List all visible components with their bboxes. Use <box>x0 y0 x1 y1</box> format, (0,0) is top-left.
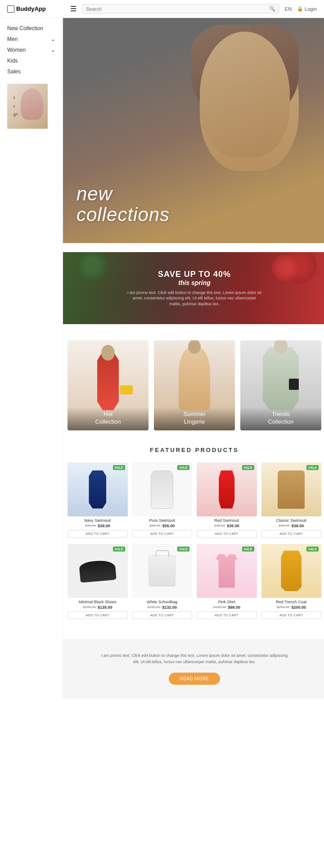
promo-body: I am promo text. Click edit button to ch… <box>127 290 262 307</box>
hero-text: new collections <box>76 184 170 225</box>
price-new: $35.00 <box>227 524 239 528</box>
promo-text: SAVE UP TO 40% this spring I am promo te… <box>127 270 262 307</box>
product-image: SALE <box>68 544 128 598</box>
product-card[interactable]: SALE Pure Swimsuit $65.00 $55.00 ADD TO … <box>132 462 193 539</box>
product-info: Red Trench Coat $250.00 $200.00 ADD TO C… <box>261 598 322 621</box>
product-prices: $155.00 $135.00 <box>68 605 128 610</box>
search-input[interactable] <box>86 6 269 12</box>
search-bar[interactable]: 🔍 <box>82 4 279 14</box>
product-name: Navy Swimsuit <box>68 518 128 523</box>
product-name: White Schoolbag <box>132 600 193 604</box>
promo-banner: SAVE UP TO 40% this spring I am promo te… <box>63 252 324 324</box>
add-to-cart-button[interactable]: ADD TO CART <box>68 611 128 619</box>
product-card[interactable]: SALE White Schoolbag $152.00 $132.00 <box>132 544 193 621</box>
social-icons-overlay: f t g+ <box>14 96 18 117</box>
shirt-shape <box>213 554 240 588</box>
login-button[interactable]: 🔒 Login <box>297 6 317 12</box>
price-new: $39.00 <box>98 524 110 528</box>
price-new: $200.00 <box>291 605 306 610</box>
sale-badge: SALE <box>242 547 254 552</box>
collection-card-trends[interactable]: TrendsCollection <box>240 340 321 430</box>
product-bg <box>68 544 128 598</box>
sale-badge: SALE <box>177 465 189 470</box>
main-layout: New Collection Men ⌄ Women ⌄ Kids Sales <box>0 18 324 698</box>
price-old: $250.00 <box>277 605 290 610</box>
add-to-cart-button[interactable]: ADD TO CART <box>261 611 322 619</box>
product-image: SALE <box>197 462 257 516</box>
gplus-icon[interactable]: g+ <box>14 112 18 117</box>
product-card[interactable]: SALE Navy Swimsuit $45.00 $39.00 ADD TO … <box>68 462 128 539</box>
chevron-down-icon: ⌄ <box>51 36 55 42</box>
hero-banner: new collections <box>63 18 324 243</box>
sidebar: New Collection Men ⌄ Women ⌄ Kids Sales <box>0 18 63 698</box>
header: BuddyApp ☰ 🔍 EN 🔒 Login <box>0 0 324 18</box>
sale-badge: SALE <box>113 465 125 470</box>
price-new: $132.00 <box>162 605 177 610</box>
product-info: Navy Swimsuit $45.00 $39.00 ADD TO CART <box>68 516 128 539</box>
footer-promo-text: I am promo text. Click edit button to ch… <box>99 652 290 665</box>
product-image: SALE <box>197 544 257 598</box>
sidebar-nav: New Collection Men ⌄ Women ⌄ Kids Sales <box>7 25 55 75</box>
add-to-cart-button[interactable]: ADD TO CART <box>132 611 193 619</box>
sidebar-item-men[interactable]: Men ⌄ <box>7 36 55 42</box>
bag-shape <box>148 555 176 587</box>
product-bg <box>261 462 322 516</box>
sale-badge: SALE <box>242 465 254 470</box>
featured-title: FEATURED PRODUCTS <box>68 447 321 453</box>
product-prices: $120.00 $98.00 <box>197 605 257 610</box>
product-card[interactable]: SALE Red Swimsuit $45.00 $35.00 ADD TO C… <box>197 462 257 539</box>
collection-card-summer[interactable]: SummerLingerie <box>154 340 235 430</box>
add-to-cart-button[interactable]: ADD TO CART <box>68 530 128 538</box>
sidebar-item-sales[interactable]: Sales <box>7 68 55 75</box>
sidebar-social: f t g+ <box>7 84 55 129</box>
sidebar-nav-label: Men <box>7 36 18 42</box>
footer-promo: I am promo text. Click edit button to ch… <box>63 639 324 698</box>
product-prices: $65.00 $55.00 <box>132 524 193 528</box>
product-bg <box>197 462 257 516</box>
chevron-down-icon: ⌄ <box>51 47 55 53</box>
product-card[interactable]: SALE Pink Shirt $120.00 $98.00 ADD TO CA… <box>197 544 257 621</box>
twitter-icon[interactable]: t <box>14 104 18 108</box>
product-prices: $45.00 $38.00 <box>261 524 322 528</box>
facebook-icon[interactable]: f <box>14 96 18 100</box>
product-card[interactable]: SALE Red Trench Coat $250.00 $200.00 ADD… <box>261 544 322 621</box>
add-to-cart-button[interactable]: ADD TO CART <box>132 530 193 538</box>
sale-badge: SALE <box>113 547 125 552</box>
product-image: SALE <box>132 462 193 516</box>
hamburger-icon[interactable]: ☰ <box>70 5 76 13</box>
product-image: SALE <box>261 462 322 516</box>
product-info: Minimal Black Shoes $155.00 $135.00 ADD … <box>68 598 128 621</box>
read-more-button[interactable]: READ MORE <box>169 673 220 685</box>
sale-badge: SALE <box>177 547 189 552</box>
sidebar-item-women[interactable]: Women ⌄ <box>7 47 55 53</box>
search-icon[interactable]: 🔍 <box>269 6 275 12</box>
sidebar-item-new-collection[interactable]: New Collection <box>7 25 55 32</box>
sidebar-item-kids[interactable]: Kids <box>7 58 55 64</box>
language-selector[interactable]: EN <box>285 6 292 12</box>
sale-badge: SALE <box>306 547 319 552</box>
products-grid: SALE Navy Swimsuit $45.00 $39.00 ADD TO … <box>68 462 321 621</box>
product-info: Red Swimsuit $45.00 $35.00 ADD TO CART <box>197 516 257 539</box>
product-name: Minimal Black Shoes <box>68 600 128 604</box>
add-to-cart-button[interactable]: ADD TO CART <box>261 530 322 538</box>
collection-card-hot[interactable]: HotCollection <box>68 340 148 430</box>
product-card[interactable]: SALE Classic Swimsuit $45.00 $38.00 ADD … <box>261 462 322 539</box>
product-name: Classic Swimsuit <box>261 518 322 523</box>
product-bg <box>261 544 322 598</box>
hero-headline: new collections <box>76 184 170 225</box>
add-to-cart-button[interactable]: ADD TO CART <box>197 530 257 538</box>
collection-cards: HotCollection SummerLingerie TrendsColle… <box>63 333 324 438</box>
shoe-shape <box>79 559 117 583</box>
logo: BuddyApp <box>7 5 70 13</box>
content: new collections SAVE UP TO 40% this spri… <box>63 18 324 698</box>
product-bg <box>68 462 128 516</box>
bag-handle <box>156 550 169 557</box>
sidebar-nav-label: Sales <box>7 68 21 75</box>
product-prices: $250.00 $200.00 <box>261 605 322 610</box>
product-card[interactable]: SALE Minimal Black Shoes $155.00 $135.00… <box>68 544 128 621</box>
price-old: $45.00 <box>279 524 289 528</box>
coat-shape <box>277 551 306 591</box>
add-to-cart-button[interactable]: ADD TO CART <box>197 611 257 619</box>
product-name: Pure Swimsuit <box>132 518 193 523</box>
product-info: Pure Swimsuit $65.00 $55.00 ADD TO CART <box>132 516 193 539</box>
